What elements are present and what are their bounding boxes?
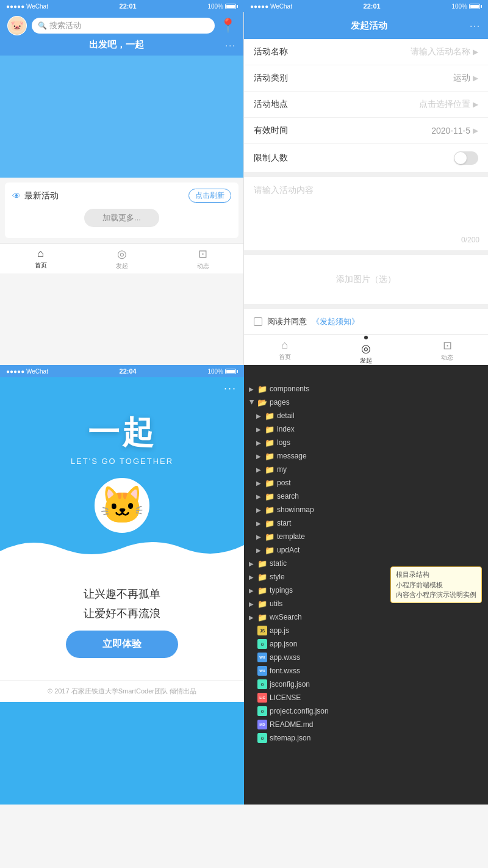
right-nav-start[interactable]: ◎ 发起	[325, 335, 406, 365]
footer: © 2017 石家庄铁道大学SmartCoder团队 倾情出品	[0, 680, 244, 702]
limit-toggle[interactable]	[454, 151, 478, 165]
form-row-name[interactable]: 活动名称 请输入活动名称 ▶	[244, 39, 488, 65]
left-header-dots[interactable]: ···	[225, 40, 236, 50]
folder-icon-message: 📁	[265, 451, 274, 461]
tree-label-message: message	[277, 452, 483, 460]
home-icon: ⌂	[37, 247, 44, 260]
form-label-category: 活动类别	[254, 73, 288, 84]
right-nav-feed[interactable]: ⊡ 动态	[407, 335, 488, 365]
tree-label-my: my	[277, 465, 483, 474]
tree-item-jsconfigjson[interactable]: ▶ {} jsconfig.json	[244, 678, 488, 691]
dual-status-bars: ●●●●● WeChat 22:01 100% ●●●●● WeChat 22:…	[0, 0, 488, 12]
location-icon[interactable]: 📍	[220, 18, 236, 34]
tree-item-components[interactable]: ▶ 📁 components	[244, 382, 488, 396]
tree-item-detail[interactable]: ▶ 📁 detail	[251, 409, 488, 422]
callout-line3: 内容含小程序演示说明实例	[396, 590, 476, 600]
latest-activities-header: 👁 最新活动 点击刷新	[12, 189, 231, 203]
arrow-post: ▶	[256, 480, 262, 486]
image-add-section[interactable]: 添加图片（选）	[244, 255, 488, 304]
search-bar[interactable]: 🔍 搜索活动	[32, 18, 215, 34]
cta-button[interactable]: 立即体验	[66, 631, 178, 658]
tree-item-wxsearch[interactable]: ▶ 📁 wxSearch	[244, 610, 488, 624]
tree-label-wxsearch: wxSearch	[270, 613, 483, 621]
tree-item-logs[interactable]: ▶ 📁 logs	[251, 436, 488, 449]
tree-item-search[interactable]: ▶ 📁 search	[251, 490, 488, 503]
tree-item-message[interactable]: ▶ 📁 message	[251, 449, 488, 463]
status-time-right: 22:01	[364, 2, 381, 10]
status-bar-right-2	[244, 365, 488, 377]
form-section-main: 活动名称 请输入活动名称 ▶ 活动类别 运动 ▶ 活动地点 点击选择位置 ▶	[244, 39, 488, 172]
tree-item-projectconfigjson[interactable]: ▶ {} project.config.json	[244, 704, 488, 718]
right-header-dots[interactable]: ···	[470, 21, 481, 31]
right-nav-home[interactable]: ⌂ 首页	[244, 335, 325, 365]
tree-item-appjs[interactable]: ▶ JS app.js	[244, 624, 488, 637]
agreement-link[interactable]: 《发起须知》	[312, 316, 359, 327]
folder-icon-pages: 📂	[257, 397, 267, 407]
avatar: 🐷	[7, 16, 27, 35]
arrow-components: ▶	[249, 386, 255, 392]
arrow-template: ▶	[256, 533, 262, 540]
tree-item-updact[interactable]: ▶ 📁 updAct	[251, 543, 488, 557]
footer-text: © 2017 石家庄铁道大学SmartCoder团队 倾情出品	[48, 687, 196, 695]
tree-item-pages[interactable]: ▶ 📂 pages	[244, 396, 488, 409]
slogan-2: 让爱好不再流浪	[10, 606, 234, 621]
status-signal-left-2: ●●●●● WeChat	[6, 368, 48, 375]
form-row-category[interactable]: 活动类别 运动 ▶	[244, 65, 488, 92]
tree-item-appwxss[interactable]: ▶ WX app.wxss	[244, 651, 488, 664]
tree-item-showinmap[interactable]: ▶ 📁 showinmap	[251, 503, 488, 516]
tree-label-license: LICENSE	[270, 693, 483, 702]
arrow-pages: ▶	[249, 399, 256, 405]
content-textarea[interactable]: 请输入活动内容 0/200	[244, 177, 488, 250]
tree-item-post[interactable]: ▶ 📁 post	[251, 476, 488, 490]
tree-item-license[interactable]: ▶ LIC LICENSE	[244, 691, 488, 704]
form-value-category: 运动 ▶	[453, 73, 478, 84]
tree-item-index[interactable]: ▶ 📁 index	[251, 422, 488, 436]
tree-item-fontwxss[interactable]: ▶ WX font.wxss	[244, 664, 488, 678]
slogan-1: 让兴趣不再孤单	[10, 587, 234, 601]
form-value-time: 2020-11-5 ▶	[431, 126, 478, 136]
nav-item-start[interactable]: ◎ 发起	[81, 244, 162, 273]
callout-annotation: 根目录结构 小程序前端模板 内容含小程序演示说明实例	[390, 566, 482, 603]
form-row-limit: 限制人数	[244, 144, 488, 172]
load-more-button[interactable]: 加载更多...	[84, 209, 159, 227]
tree-item-appjson[interactable]: ▶ {} app.json	[244, 637, 488, 651]
file-icon-fontwxss: WX	[257, 666, 267, 676]
tree-item-template[interactable]: ▶ 📁 template	[251, 530, 488, 543]
folder-icon-template: 📁	[265, 532, 274, 541]
form-row-time[interactable]: 有效时间 2020-11-5 ▶	[244, 118, 488, 144]
tree-label-appjson: app.json	[270, 640, 483, 648]
arrow-typings: ▶	[249, 587, 255, 594]
menu-dots[interactable]: ···	[224, 382, 237, 395]
chevron-time: ▶	[473, 126, 478, 135]
tree-label-components: components	[270, 385, 483, 393]
right-nav-label-home: 首页	[279, 353, 291, 361]
nav-item-home[interactable]: ⌂ 首页	[0, 244, 81, 273]
refresh-button[interactable]: 点击刷新	[188, 189, 231, 203]
status-bar-left-2: ●●●●● WeChat 22:04 100%	[0, 365, 244, 377]
form-row-location[interactable]: 活动地点 点击选择位置 ▶	[244, 92, 488, 118]
chevron-category: ▶	[473, 74, 478, 82]
tree-item-my[interactable]: ▶ 📁 my	[251, 463, 488, 476]
agreement-checkbox[interactable]	[254, 317, 262, 326]
arrow-my: ▶	[256, 466, 262, 473]
second-dual-status-bars: ●●●●● WeChat 22:04 100%	[0, 365, 488, 377]
map-area	[0, 56, 243, 178]
tree-item-sitemapjson[interactable]: ▶ {} sitemap.json	[244, 731, 488, 745]
right-header-title: 发起活动	[268, 20, 470, 32]
folder-icon-search: 📁	[265, 491, 274, 501]
tree-item-start[interactable]: ▶ 📁 start	[251, 516, 488, 530]
folder-icon-style: 📁	[257, 572, 267, 582]
status-icons-left-2: 100%	[207, 368, 238, 375]
latest-activities-title-group: 👁 最新活动	[12, 190, 59, 201]
latest-activities-label: 最新活动	[24, 190, 59, 201]
folder-icon-wxsearch: 📁	[257, 612, 267, 622]
tree-label-pages: pages	[270, 398, 483, 407]
form-label-time: 有效时间	[254, 125, 288, 136]
tree-item-readme[interactable]: ▶ MD README.md	[244, 718, 488, 731]
tree-label-appjs: app.js	[270, 626, 483, 635]
tree-label-appwxss: app.wxss	[270, 653, 483, 662]
form-value-name: 请输入活动名称 ▶	[411, 46, 478, 57]
tree-label-showinmap: showinmap	[277, 505, 483, 514]
nav-item-feed[interactable]: ⊡ 动态	[162, 244, 243, 273]
arrow-index: ▶	[256, 426, 262, 433]
